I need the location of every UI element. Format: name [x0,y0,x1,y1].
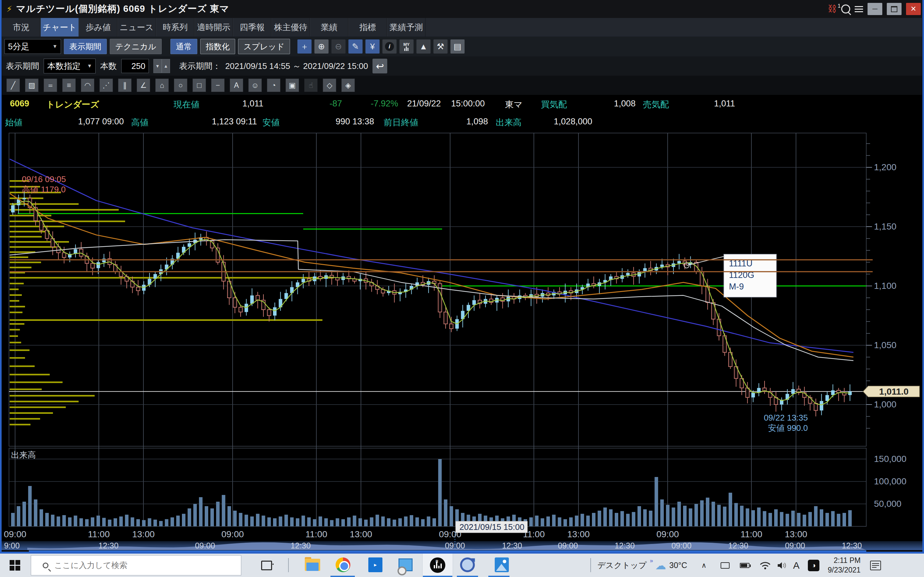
magnifier-app-icon[interactable] [399,558,414,573]
file-explorer-icon[interactable] [305,558,320,573]
svg-text:09/22 13:35: 09/22 13:35 [764,413,808,422]
chevron-expand-icon[interactable]: » [650,558,653,564]
show-hidden-icons[interactable]: ∧ [701,554,706,577]
tab-results[interactable]: 業績 [310,18,349,37]
my-chart-icon[interactable]: MY [399,39,414,53]
photos-icon[interactable] [495,558,510,573]
svg-text:100,000: 100,000 [874,476,906,486]
interval-select[interactable]: 5分足▼ [5,39,61,54]
ask-price: 1,011 [701,99,735,109]
zoom-out-icon[interactable]: ⊖ [331,39,346,53]
ime-mode-indicator[interactable]: A [793,554,800,577]
horizontal-segment-tool[interactable]: − [211,79,225,92]
price-chart[interactable]: 1111U1120GM-91,2001,1501,1001,0501,0001,… [0,131,924,553]
bar-count-input[interactable]: 250 [121,59,149,73]
time-axis: 09:0011:0013:0009:0011:0013:0009:0011:00… [4,529,807,539]
ime-icon[interactable]: ◑ [808,554,819,577]
zoom-in-icon[interactable]: ⊕ [314,39,328,53]
two-horizontal-lines-tool[interactable]: ＝ [44,79,57,92]
tab-market[interactable]: 市況 [2,18,40,37]
icon-stamp-tool[interactable]: ☺ [248,79,262,92]
indexed-mode-button[interactable]: 指数化 [200,39,235,54]
area-chart-icon[interactable]: ▲ [417,39,431,53]
prev-close-value: 1,098 [457,117,488,127]
svg-text:50,000: 50,000 [874,499,901,509]
count-down-button[interactable]: ▼ [153,59,162,73]
yen-axis-icon[interactable]: ¥ [365,39,380,53]
rectangle-tool[interactable]: □ [192,79,206,92]
svg-text:09:00: 09:00 [785,541,805,550]
tab-disclosure[interactable]: 適時開示 [194,18,233,37]
desktop-toolbar[interactable]: デスクトップ » [598,554,650,577]
wifi-icon[interactable] [760,554,771,577]
hand-pan-tool[interactable]: ☝ [304,79,318,92]
svg-text:1,011.0: 1,011.0 [879,387,909,396]
minimize-button[interactable]: ─ [867,3,882,15]
chart-canvas[interactable]: 1111U1120GM-91,2001,1501,1001,0501,0001,… [0,131,924,553]
period-label: 表示期間 [6,61,39,72]
tab-timeseries[interactable]: 時系列 [156,18,194,37]
volume-icon[interactable] [777,554,787,577]
trading-app-icon[interactable]: R [430,558,445,573]
spread-mode-button[interactable]: スプレッド [238,39,290,54]
start-button[interactable] [10,560,21,571]
notification-center-icon[interactable] [870,554,881,577]
count-up-button[interactable]: ▲ [162,59,170,73]
trend-line-tool[interactable]: ╱ [6,79,20,92]
fibonacci-arc-tool[interactable]: ◠ [81,79,94,92]
ellipse-tool[interactable]: ○ [174,79,187,92]
eraser-tool[interactable]: ◇ [323,79,336,92]
tab-indicators[interactable]: 指標 [349,18,387,37]
link-count-badge: 1 [838,3,841,9]
print-icon[interactable]: ▤ [451,39,465,53]
tab-tick[interactable]: 歩み値 [79,18,118,37]
price-axis: 1,2001,1501,1001,0501,000 [866,143,897,428]
chrome-icon[interactable] [336,558,351,573]
vertical-lines-tool[interactable]: ∥ [118,79,132,92]
search-input[interactable] [53,560,220,570]
technical-button[interactable]: テクニカル [110,39,162,54]
sync-app-icon[interactable] [460,558,475,573]
search-icon[interactable] [841,5,850,13]
low-value: 990 13:38 [312,117,374,127]
reset-period-icon[interactable]: ↩ [373,59,387,73]
crosshair-icon[interactable]: ＋ [297,39,312,53]
task-view-icon[interactable] [261,561,272,570]
link-icon[interactable]: ⛓1 [828,4,837,14]
taskbar-search[interactable] [31,555,241,575]
normal-mode-button[interactable]: 通常 [170,39,197,54]
open-label: 始値 [5,117,23,128]
text-tool[interactable]: A [230,79,243,92]
close-button[interactable]: ✕ [906,3,921,15]
display-tray-icon[interactable] [720,554,730,577]
info-icon[interactable]: i [383,39,397,53]
fan-lines-tool[interactable]: ⋰ [99,79,113,92]
copy-object-tool[interactable]: ▣ [286,79,299,92]
svg-text:1,100: 1,100 [874,281,897,291]
eraser-all-tool[interactable]: ◈ [341,79,355,92]
window-border-left [0,0,2,554]
weather-widget[interactable]: ☁ 30°C [655,554,687,577]
settings-wrench-icon[interactable]: ⚒ [433,39,447,53]
parallel-lines-tool[interactable]: ▨ [25,79,39,92]
maximize-button[interactable] [887,3,901,15]
clock[interactable]: 2:11 PM9/23/2021 [828,554,861,577]
movies-tv-icon[interactable]: ▶ [368,558,384,573]
svg-text:13:00: 13:00 [132,529,155,539]
tab-shareholder-benefit[interactable]: 株主優待 [271,18,310,37]
tab-shikiho[interactable]: 四季報 [233,18,271,37]
draw-pencil-icon[interactable]: ✎ [349,39,363,53]
tab-news[interactable]: ニュース [118,18,156,37]
tab-forecast[interactable]: 業績予測 [387,18,425,37]
display-period-button[interactable]: 表示期間 [64,39,107,54]
date-tooltip: 2021/09/15 15:00 [456,521,527,533]
battery-icon[interactable] [740,554,750,577]
multi-horizontal-lines-tool[interactable]: ≡ [62,79,76,92]
pentagon-tool[interactable]: ⌂ [155,79,169,92]
time-marker-tool[interactable]: ◔ [267,79,280,92]
svg-text:11:00: 11:00 [88,529,110,539]
tab-chart[interactable]: チャート [40,18,79,37]
gann-fan-tool[interactable]: ∠ [137,79,150,92]
period-mode-select[interactable]: 本数指定▼ [44,59,95,73]
menu-icon[interactable] [855,6,863,12]
